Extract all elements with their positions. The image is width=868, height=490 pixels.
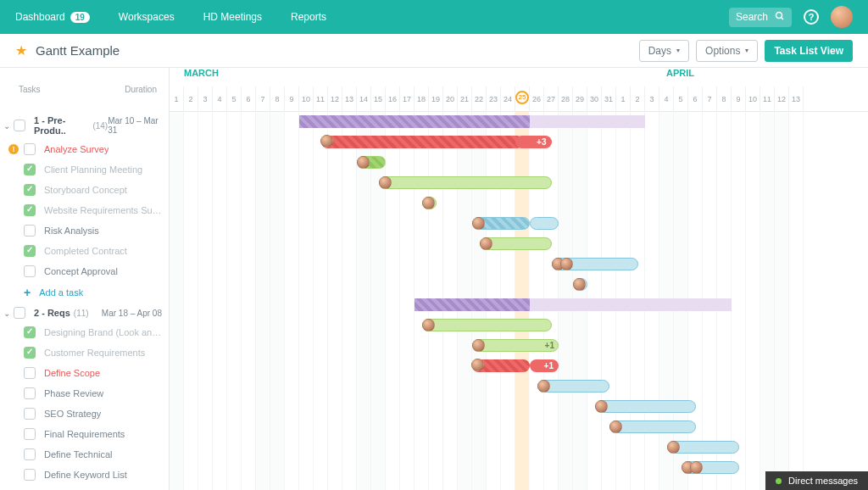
group-dates: Mar 18 – Apr 08 <box>102 309 162 318</box>
day-cell: 11 <box>314 86 328 112</box>
task-row[interactable]: Final Requirements <box>0 424 169 444</box>
task-name: Client Planning Meeting <box>44 164 142 175</box>
task-row[interactable]: Define Technical <box>0 444 169 465</box>
chevron-down-icon: ▾ <box>745 47 748 54</box>
favorite-star-icon[interactable]: ★ <box>15 42 27 58</box>
user-avatar[interactable] <box>831 6 853 28</box>
task-checkbox[interactable] <box>24 469 36 481</box>
gantt-bar[interactable] <box>321 136 523 148</box>
assignee-avatar[interactable] <box>320 135 333 148</box>
task-row[interactable]: !Analyze Survey <box>0 139 169 159</box>
gantt-bar[interactable] <box>530 217 559 230</box>
task-checkbox[interactable] <box>24 347 36 359</box>
assignee-avatar[interactable] <box>573 278 586 291</box>
task-row[interactable]: Completed Contract <box>0 241 169 261</box>
assignee-avatar[interactable] <box>422 197 435 209</box>
task-group-header[interactable]: ⌄2 - Reqs(11)Mar 18 – Apr 08 <box>0 303 169 322</box>
gantt-bar[interactable] <box>595 400 696 413</box>
task-row[interactable]: Concept Approval <box>0 261 169 281</box>
gantt-bar[interactable] <box>573 278 587 291</box>
task-checkbox[interactable] <box>24 387 36 399</box>
task-row[interactable]: Designing Brand (Look and Feel) <box>0 322 169 342</box>
assignee-avatar[interactable] <box>472 339 485 352</box>
assignee-avatar[interactable] <box>560 258 573 270</box>
help-icon[interactable]: ? <box>804 9 819 25</box>
task-row[interactable]: Client Planning Meeting <box>0 159 169 180</box>
group-checkbox[interactable] <box>14 120 25 131</box>
task-name: Define Scope <box>44 368 100 378</box>
options-dropdown[interactable]: Options▾ <box>696 40 758 62</box>
nav-dashboard[interactable]: Dashboard 19 <box>15 11 90 23</box>
task-row[interactable]: SEO Strategy <box>0 404 169 424</box>
assignee-avatar[interactable] <box>472 217 485 230</box>
task-checkbox[interactable] <box>24 428 36 440</box>
day-cell: 6 <box>242 86 256 112</box>
task-row[interactable]: Define Keyword List <box>0 465 169 485</box>
task-row[interactable]: Risk Analysis <box>0 220 169 241</box>
task-row[interactable]: Website Requirements Survey <box>0 200 169 220</box>
gantt-bar[interactable] <box>472 359 530 372</box>
gantt-bar[interactable] <box>379 176 552 189</box>
day-cell: 20 <box>443 86 458 112</box>
task-checkbox[interactable] <box>24 367 36 379</box>
direct-messages-bar[interactable]: Direct messages <box>765 471 868 490</box>
days-dropdown[interactable]: Days▾ <box>639 40 689 62</box>
assignee-avatar[interactable] <box>379 176 392 189</box>
task-checkbox[interactable] <box>24 204 36 216</box>
assignee-avatar[interactable] <box>422 319 435 331</box>
assignee-avatar[interactable] <box>480 237 492 250</box>
task-checkbox[interactable] <box>24 143 36 155</box>
gantt-bar[interactable] <box>530 115 645 128</box>
task-checkbox[interactable] <box>24 184 36 196</box>
task-row[interactable]: Define Scope <box>0 363 169 383</box>
add-task-button[interactable]: +Add a task <box>0 281 169 303</box>
task-list-view-button[interactable]: Task List View <box>765 40 853 62</box>
search-input[interactable]: Search <box>729 8 792 27</box>
gantt-bar[interactable] <box>552 258 638 270</box>
gantt-bar[interactable] <box>667 441 739 454</box>
assignee-avatar[interactable] <box>667 441 680 454</box>
dashboard-badge: 19 <box>70 12 90 23</box>
gantt-bar[interactable] <box>299 115 530 128</box>
task-checkbox[interactable] <box>24 408 36 420</box>
gantt-bar[interactable] <box>530 298 732 311</box>
gantt-bar[interactable] <box>537 380 609 393</box>
gantt-bar[interactable] <box>422 319 552 331</box>
assignee-avatar[interactable] <box>537 380 550 393</box>
assignee-avatar[interactable] <box>609 420 622 433</box>
gantt-bar[interactable]: +2 <box>357 156 386 169</box>
task-row[interactable]: Phase Review <box>0 383 169 404</box>
day-cell: 9 <box>285 86 299 112</box>
task-checkbox[interactable] <box>24 265 36 277</box>
nav-meetings[interactable]: HD Meetings <box>203 11 262 23</box>
task-row[interactable]: Customer Requirements <box>0 342 169 363</box>
assignee-avatar[interactable] <box>690 461 703 474</box>
gantt-bar[interactable]: +1 <box>472 339 559 352</box>
task-row[interactable]: Storyboard Concept <box>0 180 169 200</box>
task-checkbox[interactable] <box>24 448 36 460</box>
day-cell: 30 <box>587 86 602 112</box>
gantt-bar[interactable] <box>682 461 739 474</box>
month-label-april: APRIL <box>666 68 694 78</box>
gantt-bar[interactable] <box>422 197 437 209</box>
gantt-bar[interactable] <box>415 298 530 311</box>
month-label-march: MARCH <box>184 68 219 78</box>
assignee-avatar[interactable] <box>357 156 370 169</box>
nav-workspaces[interactable]: Workspaces <box>119 11 175 23</box>
gantt-bar[interactable] <box>472 217 530 230</box>
nav-reports[interactable]: Reports <box>291 11 326 23</box>
group-checkbox[interactable] <box>14 307 25 319</box>
task-checkbox[interactable] <box>24 326 36 338</box>
task-checkbox[interactable] <box>24 225 36 237</box>
task-name: Analyze Survey <box>44 144 108 154</box>
gantt-bar[interactable]: +3 <box>515 136 552 148</box>
task-checkbox[interactable] <box>24 164 36 175</box>
task-checkbox[interactable] <box>24 245 36 257</box>
assignee-avatar[interactable] <box>471 359 484 371</box>
gantt-bar[interactable] <box>609 420 696 433</box>
gantt-bar[interactable]: +1 <box>530 359 559 372</box>
gantt-bar[interactable] <box>480 237 552 250</box>
task-group-header[interactable]: ⌄1 - Pre-Produ..(14)Mar 10 – Mar 31 <box>0 112 169 139</box>
gantt-chart[interactable]: MARCH APRIL 1234567891011121314151617181… <box>170 68 868 490</box>
assignee-avatar[interactable] <box>595 400 608 413</box>
